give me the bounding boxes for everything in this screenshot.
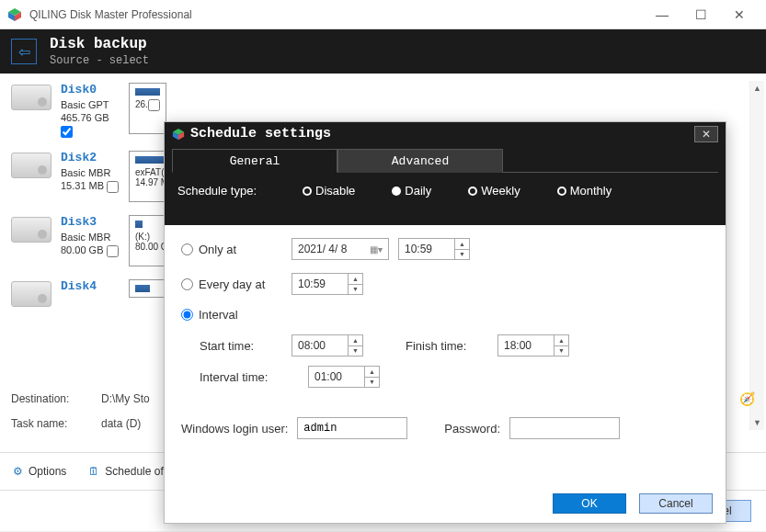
- disk-type: Basic MBR: [61, 231, 120, 243]
- disk-size: 15.31 MB: [61, 180, 104, 191]
- every-day-time-input[interactable]: 10:59▲▼: [292, 273, 363, 295]
- disk-type: Basic MBR: [61, 166, 120, 179]
- app-logo-icon: [7, 7, 22, 22]
- window-maximize-button[interactable]: ☐: [681, 2, 720, 28]
- ok-button[interactable]: OK: [553, 493, 626, 514]
- radio-monthly[interactable]: Monthly: [557, 184, 612, 198]
- disk-size: 80.00 GB: [61, 244, 103, 255]
- radio-only-at[interactable]: [181, 243, 193, 255]
- time-spinner[interactable]: ▲▼: [348, 274, 362, 294]
- gear-icon: ⚙: [13, 465, 23, 478]
- radio-disable[interactable]: Disable: [303, 184, 355, 198]
- radio-icon: [303, 187, 312, 196]
- calendar-icon: 🗓: [88, 465, 99, 478]
- only-at-date-input[interactable]: 2021/ 4/ 8▦▾: [292, 238, 389, 260]
- tab-general[interactable]: General: [172, 149, 337, 173]
- interval-time-input[interactable]: 01:00▲▼: [308, 366, 380, 388]
- password-input[interactable]: [509, 417, 620, 439]
- only-at-time-input[interactable]: 10:59▲▼: [398, 238, 470, 260]
- time-spinner[interactable]: ▲▼: [348, 335, 362, 356]
- interval-time-label: Interval time:: [200, 370, 301, 384]
- disk-icon: [11, 281, 51, 307]
- schedule-type-label: Schedule type:: [177, 184, 297, 198]
- disk-name: Disk3: [61, 215, 120, 231]
- calendar-small-icon: ▦▾: [370, 244, 383, 255]
- start-time-label: Start time:: [200, 339, 284, 353]
- time-spinner[interactable]: ▲▼: [454, 239, 469, 259]
- window-titlebar: QILING Disk Master Professional — ☐ ✕: [0, 0, 766, 29]
- radio-icon: [392, 187, 401, 196]
- disk-name: Disk0: [61, 83, 120, 98]
- dialog-cancel-button[interactable]: Cancel: [639, 493, 713, 514]
- finish-time-label: Finish time:: [406, 339, 490, 353]
- back-arrow-icon: ⇦: [18, 43, 30, 61]
- password-label: Password:: [444, 422, 500, 436]
- disk-select-checkbox[interactable]: [61, 126, 73, 138]
- disk-name: Disk4: [61, 279, 120, 295]
- disk-size: 465.76 GB: [61, 112, 109, 123]
- finish-time-input[interactable]: 18:00▲▼: [497, 334, 569, 357]
- radio-daily[interactable]: Daily: [392, 184, 431, 198]
- partition-checkbox[interactable]: [148, 99, 160, 111]
- login-user-label: Windows login user:: [181, 422, 288, 436]
- disk-icon: [11, 217, 51, 243]
- window-title: QILING Disk Master Professional: [29, 8, 643, 21]
- taskname-label: Task name:: [11, 417, 94, 430]
- dialog-close-button[interactable]: ✕: [694, 126, 718, 142]
- partition-box[interactable]: 26.: [129, 83, 166, 134]
- disk-name: Disk2: [61, 151, 120, 166]
- schedule-dialog: Schedule settings ✕ General Advanced Sch…: [164, 121, 726, 524]
- page-header: ⇦ Disk backup Source - select: [0, 29, 766, 74]
- radio-icon: [468, 187, 477, 196]
- time-spinner[interactable]: ▲▼: [554, 335, 568, 356]
- options-button[interactable]: ⚙Options: [13, 465, 66, 478]
- start-time-input[interactable]: 08:00▲▼: [292, 334, 363, 357]
- back-button[interactable]: ⇦: [11, 39, 37, 64]
- login-user-input[interactable]: [297, 417, 407, 439]
- tab-advanced[interactable]: Advanced: [337, 149, 503, 173]
- radio-icon: [557, 187, 566, 196]
- disk-select-checkbox[interactable]: [107, 245, 119, 257]
- schedule-button[interactable]: 🗓Schedule off: [88, 465, 166, 478]
- destination-label: Destination:: [11, 392, 94, 405]
- radio-every-day[interactable]: [181, 278, 193, 290]
- scrollbar[interactable]: ▲ ▼: [749, 81, 764, 430]
- scroll-up-icon[interactable]: ▲: [750, 81, 764, 96]
- disk-icon: [11, 153, 51, 178]
- time-spinner[interactable]: ▲▼: [364, 367, 379, 387]
- disk-select-checkbox[interactable]: [107, 181, 119, 193]
- dialog-icon: [172, 128, 185, 141]
- window-minimize-button[interactable]: —: [643, 2, 681, 28]
- page-title: Disk backup: [50, 36, 149, 53]
- disk-type: Basic GPT: [61, 98, 120, 111]
- window-close-button[interactable]: ✕: [720, 2, 759, 28]
- navigate-icon[interactable]: 🧭: [739, 391, 755, 406]
- page-subtitle: Source - select: [50, 54, 149, 67]
- partition-box[interactable]: [129, 279, 166, 298]
- radio-interval[interactable]: [181, 309, 193, 321]
- disk-icon: [11, 85, 51, 110]
- radio-weekly[interactable]: Weekly: [468, 184, 520, 198]
- dialog-title: Schedule settings: [190, 126, 331, 141]
